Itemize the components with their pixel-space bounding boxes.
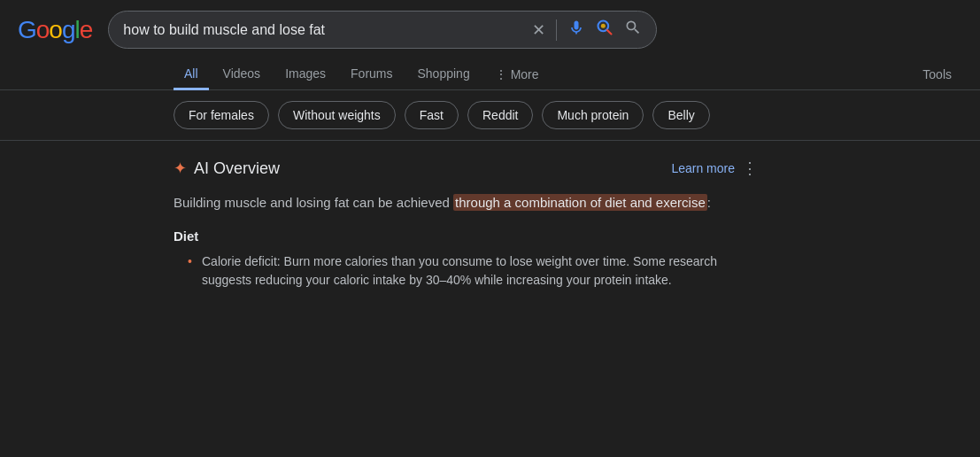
more-label: More	[511, 67, 539, 81]
tab-all[interactable]: All	[174, 59, 209, 90]
more-dots-icon: ⋮	[495, 67, 507, 81]
tab-tools[interactable]: Tools	[912, 60, 962, 89]
voice-search-button[interactable]	[567, 19, 585, 41]
ai-overview-header: ✦ AI Overview Learn more ⋮	[174, 159, 758, 178]
tab-shopping[interactable]: Shopping	[407, 59, 481, 90]
ai-overview-title: ✦ AI Overview	[174, 159, 280, 178]
search-bar: ✕	[108, 11, 657, 49]
ai-overview-body: Building muscle and losing fat can be ac…	[174, 192, 758, 290]
chip-for-females[interactable]: For females	[174, 101, 269, 129]
divider	[556, 19, 557, 41]
ai-intro-text: Building muscle and losing fat can be ac…	[174, 192, 758, 213]
chip-fast[interactable]: Fast	[405, 101, 459, 129]
tab-videos[interactable]: Videos	[212, 59, 272, 90]
clear-button[interactable]: ✕	[532, 20, 545, 40]
more-options-button[interactable]: ⋮	[742, 159, 758, 178]
search-button[interactable]	[624, 19, 642, 41]
chip-belly[interactable]: Belly	[652, 101, 709, 129]
search-icon	[624, 19, 642, 41]
tab-images[interactable]: Images	[274, 59, 336, 90]
learn-more-button[interactable]: Learn more	[671, 161, 735, 175]
ai-overview: ✦ AI Overview Learn more ⋮ Building musc…	[174, 159, 758, 290]
intro-after: :	[707, 195, 711, 210]
nav-tabs: All Videos Images Forums Shopping ⋮ More…	[0, 56, 980, 90]
header: Google ✕	[0, 0, 980, 56]
chip-much-protein[interactable]: Much protein	[542, 101, 644, 129]
ai-overview-label: AI Overview	[194, 159, 280, 178]
intro-before: Building muscle and losing fat can be ac…	[174, 195, 453, 210]
intro-highlight: through a combination of diet and exerci…	[453, 194, 707, 211]
lens-button[interactable]	[596, 19, 613, 41]
bullet-list: Calorie deficit: Burn more calories than…	[174, 252, 758, 290]
search-icons: ✕	[532, 19, 642, 41]
diet-section-title: Diet	[174, 226, 758, 247]
google-logo: Google	[18, 16, 92, 44]
chip-reddit[interactable]: Reddit	[467, 101, 533, 129]
main-content: ✦ AI Overview Learn more ⋮ Building musc…	[0, 141, 980, 311]
sparkle-icon: ✦	[174, 159, 187, 178]
tab-forums[interactable]: Forums	[340, 59, 403, 90]
clear-icon: ✕	[532, 20, 545, 40]
svg-point-1	[601, 24, 606, 28]
list-item: Calorie deficit: Burn more calories than…	[188, 252, 758, 290]
tab-more[interactable]: ⋮ More	[484, 60, 550, 89]
ai-overview-actions: Learn more ⋮	[671, 159, 758, 178]
chip-without-weights[interactable]: Without weights	[278, 101, 396, 129]
lens-icon	[596, 19, 613, 41]
filter-chips: For females Without weights Fast Reddit …	[0, 90, 980, 141]
search-input[interactable]	[123, 22, 532, 38]
mic-icon	[567, 19, 585, 41]
